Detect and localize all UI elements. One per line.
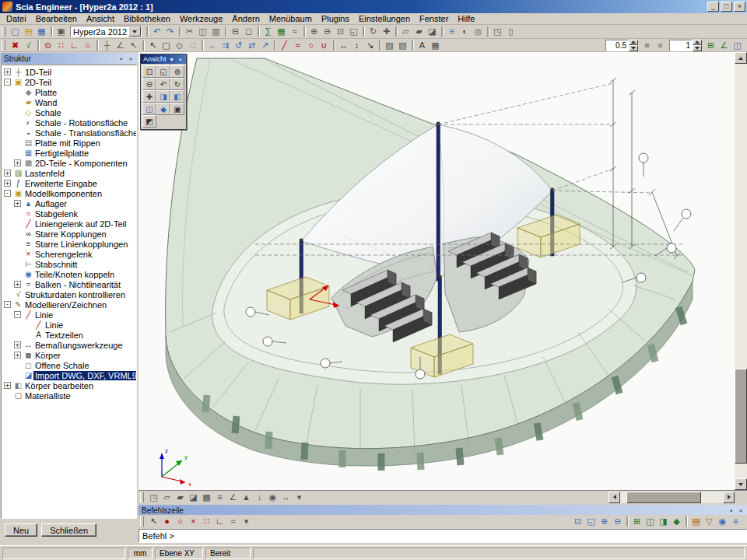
snap-ortho-icon[interactable]: ∟: [68, 40, 81, 51]
paste-icon[interactable]: ▥: [209, 26, 223, 37]
zoom-all-icon[interactable]: ⊡: [142, 65, 156, 78]
minimize-button[interactable]: _: [707, 2, 719, 12]
scale-spinner-value[interactable]: 0.5: [605, 40, 629, 51]
clipping-box-icon[interactable]: ▯: [504, 26, 517, 37]
cancel-command-icon[interactable]: ✖: [9, 40, 22, 51]
tree-item-text-lines[interactable]: +ATextzeilen: [2, 330, 136, 340]
tree-expand-toggle[interactable]: +: [14, 281, 21, 288]
tree-item-line-hinge[interactable]: +╱Liniengelenk auf 2D-Teil: [2, 219, 136, 229]
tree-expand-toggle[interactable]: +: [14, 352, 21, 359]
schliessen-button[interactable]: Schließen: [41, 523, 96, 537]
project-data-icon[interactable]: ▣: [54, 26, 68, 37]
cut-icon[interactable]: ✂: [183, 26, 196, 37]
tree-item-precast-plate[interactable]: +▦Fertigteilplatte: [2, 148, 136, 158]
tree-item-member-1d[interactable]: +┼1D-Teil: [2, 67, 136, 77]
zoom-window2-icon[interactable]: ◱: [584, 516, 598, 527]
visibility-icon[interactable]: ◉: [716, 516, 729, 527]
tree-item-line-folder[interactable]: -╱Linie: [2, 310, 136, 320]
shaded-icon[interactable]: ▰: [412, 26, 426, 37]
3d-viewport[interactable]: x y z Ansicht ▾× ⊡◱⊕⊖↶↻✚◨◧◫◆▣◩: [139, 52, 735, 490]
view-front2-icon[interactable]: ◫: [644, 516, 657, 527]
move-icon[interactable]: →: [205, 40, 219, 51]
axes-display-icon[interactable]: ∠: [717, 40, 731, 51]
select-window-icon[interactable]: ▢: [160, 40, 173, 51]
tree-item-import-dwg[interactable]: +◪Import DWG, DXF, VRML97: [2, 370, 136, 380]
zoom-window-icon[interactable]: ◱: [347, 26, 360, 37]
tree-item-model-components[interactable]: -▣Modellkomponenten: [2, 188, 136, 198]
snap-end-icon[interactable]: ●: [160, 516, 174, 527]
neu-button[interactable]: Neu: [5, 523, 37, 537]
mesh-icon[interactable]: ▦: [275, 26, 288, 37]
pan-view-icon[interactable]: ✚: [142, 90, 156, 103]
view-settings-icon[interactable]: ▣: [170, 103, 184, 115]
copy-icon[interactable]: ◫: [196, 26, 209, 37]
zoom-out-icon[interactable]: ⊖: [142, 78, 156, 90]
menu-bearbeiten[interactable]: Bearbeiten: [31, 14, 82, 23]
axonometry2-icon[interactable]: ◆: [670, 516, 683, 527]
layers-icon[interactable]: ≡: [445, 26, 458, 37]
view-side-icon[interactable]: ◧: [170, 90, 184, 103]
tree-item-advanced-input[interactable]: +ƒErweiterte Eingabe: [2, 178, 136, 188]
tree-item-material-list[interactable]: +▢Materialliste: [2, 390, 136, 401]
filter-icon[interactable]: ▽: [703, 516, 716, 527]
tree-item-ribbed-plate[interactable]: +▤Platte mit Rippen: [2, 138, 136, 148]
tree-item-open-shell[interactable]: +◻Offene Schale: [2, 360, 136, 370]
pin-icon[interactable]: ▪: [727, 506, 736, 515]
project-combo[interactable]: Hyper2a 2012: [70, 26, 142, 37]
zoom-in2-icon[interactable]: ⊕: [598, 516, 611, 527]
stretch-icon[interactable]: ↗: [258, 40, 272, 51]
snap-settings-icon[interactable]: ▾: [240, 516, 253, 527]
tree-expand-toggle[interactable]: +: [4, 382, 11, 389]
tree-expand-toggle[interactable]: +: [4, 180, 11, 187]
render-surface-icon[interactable]: ▰: [174, 492, 187, 503]
menu--ndern[interactable]: Ändern: [227, 14, 264, 23]
snap-intersect-icon[interactable]: ×: [187, 516, 200, 527]
table-icon[interactable]: ▦: [429, 40, 442, 51]
snap-ortho2-icon[interactable]: ∟: [213, 516, 226, 527]
horizontal-scroll-thumb[interactable]: [626, 492, 701, 503]
tree-item-edit-solid[interactable]: +◧Körper bearbeiten: [2, 380, 136, 390]
scroll-left-icon[interactable]: [608, 492, 620, 503]
zoom-all-icon[interactable]: ⊡: [334, 26, 347, 37]
pan-view-icon[interactable]: ✚: [380, 26, 393, 37]
rotate-view-icon[interactable]: ↻: [170, 78, 184, 90]
hidden-lines-icon[interactable]: ◪: [426, 26, 439, 37]
save-project-icon[interactable]: ▦: [35, 26, 48, 37]
tree-item-components-2d[interactable]: +▩2D-Teile - Komponenten: [2, 158, 136, 168]
tree-item-link-nodes[interactable]: +◉Teile/Knoten koppeln: [2, 269, 136, 279]
print-preview-icon[interactable]: ◻: [242, 26, 255, 37]
tree-expand-toggle[interactable]: -: [4, 79, 11, 86]
app-icon[interactable]: [2, 2, 12, 12]
tree-item-rigid-coupling[interactable]: +∞Starre Kopplungen: [2, 229, 136, 239]
render-shaded-icon[interactable]: ◪: [187, 492, 200, 503]
view-top-icon[interactable]: ◫: [142, 103, 156, 115]
window-tile-icon[interactable]: ◫: [731, 40, 744, 51]
menu-ansicht[interactable]: Ansicht: [82, 14, 119, 23]
show-dimensions-icon[interactable]: ↔: [279, 492, 293, 503]
snap-midpoint-icon[interactable]: ○: [81, 40, 94, 51]
ucs-move-icon[interactable]: ↖: [127, 40, 140, 51]
tree-item-shell-translation[interactable]: +◒Schale - Translationsfläche: [2, 128, 136, 138]
show-volumes-icon[interactable]: ▩: [200, 492, 213, 503]
tree-item-scissor-hinge[interactable]: +×Scherengelenk: [2, 249, 136, 259]
menu-plugins[interactable]: Plugins: [317, 14, 354, 23]
vertical-scroll-track[interactable]: [735, 64, 747, 478]
spin-up-icon[interactable]: [629, 40, 638, 46]
tree-item-check-structure[interactable]: +√Strukturdaten kontrollieren: [2, 289, 136, 299]
pin-icon[interactable]: ▪: [117, 54, 126, 63]
spin-down-icon[interactable]: [693, 45, 702, 51]
menu-bibliotheken[interactable]: Bibliotheken: [119, 14, 175, 23]
toolbar-grip[interactable]: [2, 40, 5, 51]
results-icon[interactable]: ≈: [288, 26, 301, 37]
text-icon[interactable]: A: [416, 40, 429, 51]
tree-item-shell-rotation[interactable]: +◐Schale - Rotationsfläche: [2, 117, 136, 128]
toolbar-grip[interactable]: [140, 516, 144, 527]
ucs-origin-icon[interactable]: ┼: [100, 40, 114, 51]
unit-spinner-value[interactable]: 1: [669, 40, 693, 51]
draw-arc-icon[interactable]: ∪: [317, 40, 331, 51]
tree-item-solid[interactable]: +◼Körper: [2, 350, 136, 360]
3d-viewport-canvas[interactable]: x y z: [139, 52, 735, 490]
menu-men-baum[interactable]: Menübaum: [265, 14, 317, 23]
zoom-out-icon[interactable]: ⊖: [321, 26, 334, 37]
zoom-all2-icon[interactable]: ⊡: [571, 516, 584, 527]
